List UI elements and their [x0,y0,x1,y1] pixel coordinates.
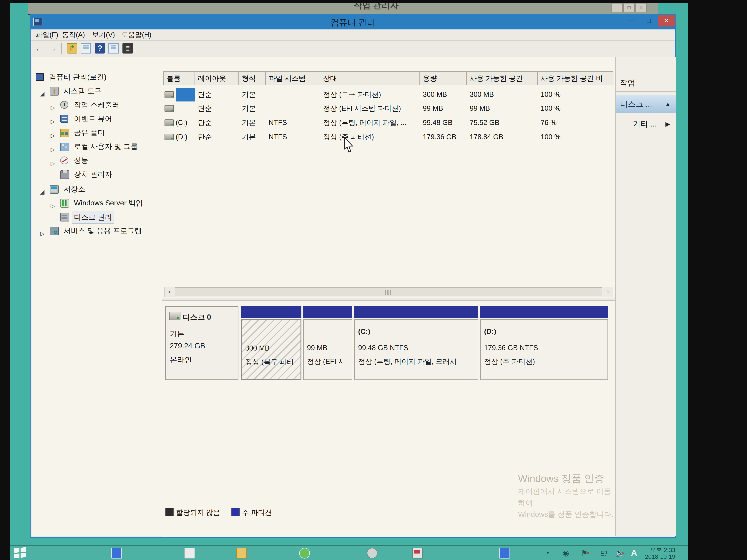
collapse-arrow-icon[interactable]: ▲ [665,96,671,113]
partition-drive: (D:) [484,327,496,336]
col-layout[interactable]: 레이아웃 [195,71,239,85]
sidebar-item-system-tools[interactable]: ◢ 시스템 도구 [32,85,162,97]
background-window-titlebar[interactable]: 작업 관리자 ─ □ ✕ [28,3,658,15]
menu-file[interactable]: 파일(F) [34,29,60,40]
disk0-size: 279.24 GB [170,342,205,350]
actions-group-disk-label: 디스크 ... [620,96,652,113]
export-folder-icon[interactable] [67,43,77,54]
partition-status: 정상 (부팅, 페이지 파일, 크래시 [358,357,457,366]
cell-free: 300 MB [470,87,494,102]
help-icon[interactable]: ? [95,43,105,54]
expander-icon[interactable]: ▷ [40,228,45,240]
taskbar-green-app-icon[interactable] [299,548,310,559]
sidebar-item-windows-server-backup[interactable]: ▷ Windows Server 백업 [32,197,162,209]
bg-maximize-button[interactable]: □ [623,3,635,12]
expander-icon[interactable]: ◢ [40,186,45,198]
sidebar-item-services-applications[interactable]: ▷ 서비스 및 응용 프로그램 [32,224,162,237]
sidebar-item-performance[interactable]: ▷ 성능 [32,154,162,166]
col-volume[interactable]: 볼륨 [163,71,195,85]
sidebar-item-task-scheduler[interactable]: ▷ 작업 스케줄러 [32,99,162,111]
partition-body[interactable]: (C:) 99.48 GB NTFS 정상 (부팅, 페이지 파일, 크래시 [354,319,479,380]
sidebar-item-device-manager[interactable]: 장치 관리자 [32,168,162,180]
start-button[interactable] [14,548,27,559]
sidebar-item-storage[interactable]: ◢ 저장소 [32,183,162,195]
actions-pane: 작업 디스크 ... ▲ 기타 ... ▶ [615,57,676,536]
partition-body[interactable]: 99 MB 정상 (EFI 시 [303,319,352,380]
volume-row-d[interactable]: (D:) 단순 기본 NTFS 정상 (주 파티션) 179.36 GB 178… [162,130,614,144]
export-list-icon[interactable]: ≣ [123,43,133,54]
forward-icon[interactable]: → [47,43,58,54]
actions-group-disk[interactable]: 디스크 ... ▲ [616,95,676,113]
partition-d[interactable]: (D:) 179.36 GB NTFS 정상 (주 파티션) [480,306,608,380]
col-type[interactable]: 형식 [239,71,266,85]
back-icon[interactable]: ← [34,43,44,54]
scrollbar-thumb[interactable] [175,287,602,296]
bg-close-button[interactable]: ✕ [636,3,647,12]
tray-status-icon[interactable]: ◉ [561,549,570,557]
expander-icon[interactable]: ▷ [51,200,55,212]
disk0-status: 온라인 [170,355,192,365]
col-filesystem[interactable]: 파일 시스템 [266,71,320,85]
horizontal-scrollbar[interactable]: ‹ › [164,287,613,297]
close-button[interactable]: ✕ [658,15,675,26]
cell-pct: 76 % [541,116,557,130]
partition-body-selected[interactable]: 300 MB 정상 (복구 파티 [241,319,302,380]
taskbar-app-window-icon[interactable] [184,548,195,559]
col-status[interactable]: 상태 [320,71,420,85]
partition-size: 179.36 GB NTFS [484,344,538,352]
sidebar-item-shared-folders[interactable]: ▷ 공유 폴더 [32,127,162,139]
taskbar-file-explorer-icon[interactable] [236,548,247,559]
primary-partition-band [303,306,352,318]
local-users-icon [60,142,69,151]
tray-hidden-icons[interactable]: ▫ [544,549,553,557]
sidebar-item-disk-management[interactable]: 디스크 관리 [32,211,162,223]
volume-muted-icon[interactable]: 🔈 [615,549,624,557]
partition-recovery[interactable]: 300 MB 정상 (복구 파티 [241,306,302,380]
console-tree-icon[interactable] [81,43,91,54]
minimize-button[interactable]: ─ [622,15,640,26]
partition-c[interactable]: (C:) 99.48 GB NTFS 정상 (부팅, 페이지 파일, 크래시 [354,306,479,380]
menu-help[interactable]: 도움말(H) [120,29,153,40]
scroll-right-arrow[interactable]: › [603,287,613,297]
col-capacity[interactable]: 용량 [420,71,467,85]
menu-view[interactable]: 보기(V) [90,29,117,40]
sidebar-item-event-viewer[interactable]: ▷ 이벤트 뷰어 [32,113,162,125]
action-pane-icon[interactable] [108,43,119,54]
col-free-space[interactable]: 사용 가능한 공간 [467,71,538,85]
taskbar-clock[interactable]: 오후 2:33 2018-10-19 [645,547,675,560]
expander-icon[interactable]: ◢ [40,88,45,100]
maximize-button[interactable]: □ [640,15,658,26]
partition-body[interactable]: (D:) 179.36 GB NTFS 정상 (주 파티션) [480,319,608,380]
expander-icon[interactable]: ▷ [51,157,55,169]
taskbar-app-icon[interactable] [499,548,510,559]
ime-indicator[interactable]: A [631,548,637,558]
submenu-arrow-icon[interactable]: ▶ [666,116,670,132]
cell-pct: 100 % [541,102,561,115]
scroll-left-arrow[interactable]: ‹ [164,287,175,297]
expander-icon[interactable]: ▷ [51,129,55,142]
volume-row-recovery[interactable]: 단순 기본 정상 (복구 파티션) 300 MB 300 MB 100 % [162,87,614,102]
taskbar-server-manager-icon[interactable] [111,548,122,559]
action-center-flag-icon[interactable]: ⚑ [580,549,589,557]
col-free-pct[interactable]: 사용 가능한 공간 비 [538,71,613,85]
partition-size: 99.48 GB NTFS [358,344,408,352]
cell-name[interactable] [176,87,195,102]
sidebar-item-local-users-groups[interactable]: ▷ 로컬 사용자 및 그룹 [32,140,162,153]
menu-action[interactable]: 동작(A) [60,29,87,40]
cell-type: 기본 [242,102,256,115]
disk0-info-box[interactable]: 디스크 0 기본 279.24 GB 온라인 [165,306,238,380]
expander-icon[interactable]: ▷ [51,115,55,128]
actions-item-more[interactable]: 기타 ... ▶ [616,116,676,132]
titlebar[interactable]: 컴퓨터 관리 ─ □ ✕ [31,15,675,29]
network-icon[interactable]: 🖳 [599,549,608,557]
taskbar-settings-app-icon[interactable] [367,548,378,559]
bg-minimize-button[interactable]: ─ [611,3,622,12]
monitor-photo: 작업 관리자 ─ □ ✕ 컴퓨터 관리 ─ □ ✕ 파일(F) 동작(A) 보기… [0,0,747,560]
expander-icon[interactable]: ▷ [51,102,55,114]
volume-row-c[interactable]: (C:) 단순 기본 NTFS 정상 (부팅, 페이지 파일, ... 99.4… [162,116,614,130]
expander-icon[interactable]: ▷ [51,143,55,156]
volume-row-efi[interactable]: 단순 기본 정상 (EFI 시스템 파티션) 99 MB 99 MB 100 % [162,102,614,115]
tree-root-computer-management[interactable]: 컴퓨터 관리(로컬) [32,71,162,83]
partition-efi[interactable]: 99 MB 정상 (EFI 시 [303,306,352,380]
taskbar-monitor-app-icon[interactable] [412,548,423,559]
